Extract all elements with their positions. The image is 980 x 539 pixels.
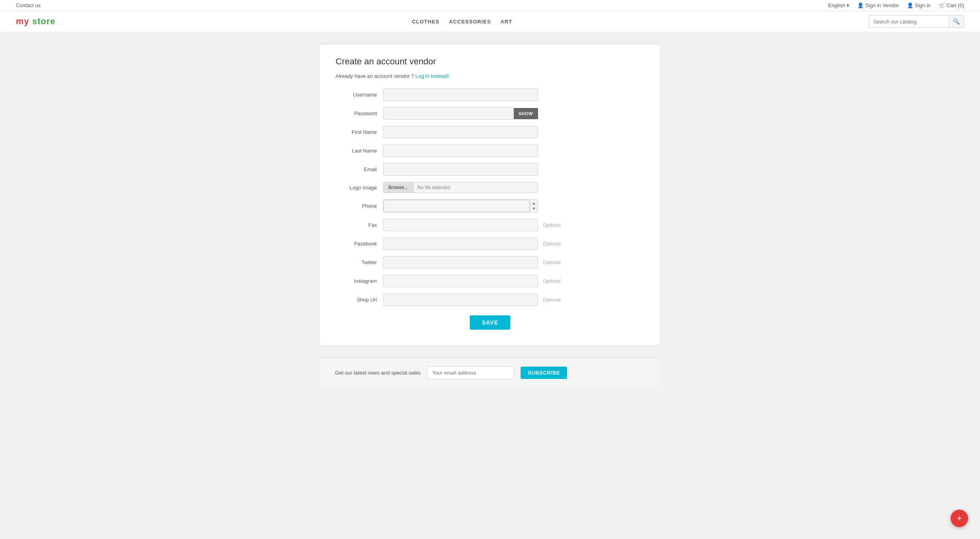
lastname-label: Last Name	[336, 148, 383, 154]
nav-art[interactable]: ART	[500, 19, 512, 25]
cart-count: (0)	[958, 2, 964, 8]
newsletter-text: Get our latest news and special sales	[335, 370, 421, 376]
phone-spin-up[interactable]: ▲	[530, 201, 538, 206]
shop-url-input-wrap	[383, 294, 538, 306]
language-label: English	[828, 2, 845, 8]
search-input[interactable]	[869, 16, 949, 27]
logo-space	[29, 16, 32, 26]
password-input-wrap: SHOW	[383, 107, 538, 120]
shop-url-optional: Optional	[543, 297, 561, 303]
search-icon: 🔍	[953, 18, 960, 25]
language-selector[interactable]: English ▾	[828, 2, 850, 8]
nav-accessories[interactable]: ACCESSORIES	[449, 19, 491, 25]
dropdown-arrow-icon: ▾	[847, 2, 849, 8]
logo[interactable]: my store	[16, 16, 56, 27]
phone-spinner: ▲ ▼	[530, 201, 538, 211]
instagram-input-wrap	[383, 275, 538, 287]
footer-newsletter: Get our latest news and special sales SU…	[319, 358, 661, 387]
logo-store: store	[32, 16, 56, 26]
person-icon	[857, 2, 864, 8]
fax-row: Fax Optional	[336, 219, 644, 231]
logo-my: my	[16, 16, 29, 26]
top-bar-right: English ▾ Sign in Vendor Sign in Cart (0…	[828, 2, 964, 8]
firstname-label: First Name	[336, 129, 383, 135]
header: my store CLOTHES ACCESSORIES ART 🔍	[0, 11, 980, 32]
cart-link[interactable]: Cart (0)	[939, 2, 964, 8]
phone-wrap: ▲ ▼	[383, 199, 538, 213]
sign-in-vendor-link[interactable]: Sign in Vendor	[857, 2, 899, 8]
lastname-input[interactable]	[383, 145, 538, 157]
sign-in-vendor-label: Sign in Vendor	[865, 2, 899, 8]
email-row: Email	[336, 163, 644, 176]
facebook-optional: Optional	[543, 241, 561, 247]
phone-input[interactable]	[384, 200, 530, 212]
firstname-input[interactable]	[383, 126, 538, 138]
person-icon-2	[907, 2, 913, 8]
lastname-input-wrap	[383, 145, 538, 157]
instagram-row: Instagram Optional	[336, 275, 644, 287]
password-input[interactable]	[383, 107, 514, 120]
fax-input-wrap	[383, 219, 538, 231]
shop-url-row: Shop Url Optional	[336, 294, 644, 306]
phone-row: Phone ▲ ▼	[336, 199, 644, 213]
file-input-wrap: Browse... No file selected.	[383, 182, 538, 193]
fax-input[interactable]	[383, 219, 538, 231]
instagram-input[interactable]	[383, 275, 538, 287]
username-input-wrap	[383, 89, 538, 101]
password-wrap: SHOW	[383, 107, 538, 120]
lastname-row: Last Name	[336, 145, 644, 157]
nav-clothes[interactable]: CLOTHES	[412, 19, 440, 25]
cart-icon	[939, 2, 945, 8]
facebook-input[interactable]	[383, 238, 538, 250]
search-bar: 🔍	[869, 15, 964, 28]
twitter-input-wrap	[383, 256, 538, 269]
twitter-row: Twitter Optional	[336, 256, 644, 269]
fax-optional: Optional	[543, 222, 561, 228]
facebook-label: Facebook	[336, 241, 383, 247]
phone-label: Phone	[336, 203, 383, 209]
username-input[interactable]	[383, 89, 538, 101]
top-bar: Contact us English ▾ Sign in Vendor Sign…	[0, 0, 980, 11]
facebook-row: Facebook Optional	[336, 238, 644, 250]
password-label: Password	[336, 110, 383, 116]
account-notice-text: Already have an account vendor ?	[336, 73, 415, 79]
main-content: Create an account vendor Already have an…	[311, 44, 669, 387]
login-instead-link[interactable]: Log in instead!	[415, 73, 449, 79]
logo-image-label: Logo Image	[336, 185, 383, 191]
instagram-label: Instagram	[336, 278, 383, 284]
fax-label: Fax	[336, 222, 383, 228]
facebook-input-wrap	[383, 238, 538, 250]
show-password-button[interactable]: SHOW	[514, 108, 538, 119]
phone-spin-down[interactable]: ▼	[530, 206, 538, 211]
form-title: Create an account vendor	[336, 56, 644, 67]
newsletter-email-input[interactable]	[427, 366, 514, 379]
search-button[interactable]: 🔍	[949, 15, 964, 27]
firstname-row: First Name	[336, 126, 644, 138]
main-nav: CLOTHES ACCESSORIES ART	[412, 19, 512, 25]
username-label: Username	[336, 92, 383, 98]
sign-in-link[interactable]: Sign in	[907, 2, 931, 8]
logo-image-row: Logo Image Browse... No file selected.	[336, 182, 644, 193]
file-name-label: No file selected.	[413, 182, 455, 193]
save-button[interactable]: SAVE	[470, 315, 510, 330]
top-bar-left: Contact us	[16, 2, 41, 8]
phone-input-wrap: ▲ ▼	[383, 199, 538, 213]
contact-us-link[interactable]: Contact us	[16, 2, 41, 8]
firstname-input-wrap	[383, 126, 538, 138]
password-row: Password SHOW	[336, 107, 644, 120]
email-input-wrap	[383, 163, 538, 176]
browse-button[interactable]: Browse...	[384, 182, 413, 193]
logo-image-input-wrap: Browse... No file selected.	[383, 182, 538, 193]
save-row: SAVE	[336, 315, 644, 330]
twitter-input[interactable]	[383, 256, 538, 269]
cart-label: Cart	[947, 2, 957, 8]
email-input[interactable]	[383, 163, 538, 176]
instagram-optional: Optional	[543, 278, 561, 284]
shop-url-input[interactable]	[383, 294, 538, 306]
subscribe-button[interactable]: SUBSCRIBE	[521, 367, 567, 379]
account-notice: Already have an account vendor ? Log in …	[336, 73, 644, 79]
shop-url-label: Shop Url	[336, 297, 383, 303]
email-label: Email	[336, 166, 383, 172]
twitter-optional: Optional	[543, 260, 561, 265]
twitter-label: Twitter	[336, 259, 383, 265]
